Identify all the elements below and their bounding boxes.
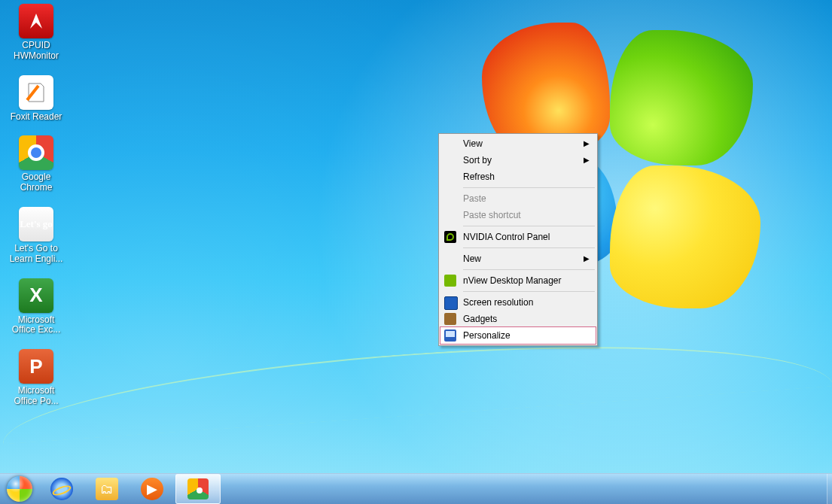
menu-label: Screen resolution — [463, 297, 533, 308]
taskbar-ie[interactable] — [40, 475, 84, 503]
menu-paste: Paste — [440, 190, 596, 207]
nview-icon — [444, 275, 456, 287]
desktop-icon-label: CPUID HWMonitor — [7, 41, 66, 62]
desktop-icon-foxit[interactable]: Foxit Reader — [5, 71, 68, 128]
start-orb-icon — [7, 476, 32, 502]
menu-new[interactable]: New ▶ — [440, 250, 596, 267]
taskbar-media-player[interactable]: ▶ — [130, 475, 174, 503]
desktop-icon-powerpoint[interactable]: P Microsoft Office Po... — [5, 345, 68, 412]
menu-label: View — [463, 138, 483, 149]
menu-label: New — [463, 254, 481, 264]
desktop-icon-label: Google Chrome — [7, 172, 66, 193]
monitor-icon — [444, 296, 458, 310]
taskbar-explorer[interactable]: 🗂 — [85, 475, 129, 503]
menu-separator — [463, 187, 595, 188]
desktop[interactable]: CPUID HWMonitor Foxit Reader Google Chro… — [0, 0, 832, 504]
menu-gadgets[interactable]: Gadgets — [440, 311, 596, 327]
submenu-arrow-icon: ▶ — [584, 254, 590, 263]
menu-nvidia-control-panel[interactable]: NVIDIA Control Panel — [440, 229, 596, 245]
menu-separator — [463, 291, 595, 292]
book-icon: Let's go — [19, 207, 53, 241]
desktop-icon-chrome[interactable]: Google Chrome — [5, 132, 68, 199]
personalize-icon — [444, 329, 456, 342]
desktop-icon-label: Microsoft Office Exc... — [7, 315, 66, 336]
desktop-icon-label: Microsoft Office Po... — [7, 386, 66, 407]
nvidia-icon — [444, 231, 456, 243]
folder-icon: 🗂 — [96, 478, 118, 500]
desktop-icons: CPUID HWMonitor Foxit Reader Google Chro… — [5, 0, 68, 417]
menu-label: Refresh — [463, 172, 495, 182]
desktop-context-menu: View ▶ Sort by ▶ Refresh Paste Paste sho… — [438, 133, 598, 346]
menu-screen-resolution[interactable]: Screen resolution — [440, 294, 596, 311]
submenu-arrow-icon: ▶ — [584, 139, 590, 147]
hwmonitor-icon — [19, 4, 53, 38]
media-player-icon: ▶ — [141, 478, 163, 500]
menu-refresh[interactable]: Refresh — [440, 169, 596, 185]
taskbar: 🗂 ▶ — [0, 473, 832, 504]
menu-view[interactable]: View ▶ — [440, 135, 596, 152]
ie-icon — [50, 478, 73, 500]
gadgets-icon — [444, 313, 456, 325]
start-button[interactable] — [0, 474, 39, 504]
menu-label: Gadgets — [463, 314, 497, 324]
menu-label: Personalize — [463, 330, 510, 341]
menu-separator — [463, 226, 595, 226]
menu-label: NVIDIA Control Panel — [463, 232, 550, 242]
wallpaper-curve — [0, 325, 832, 445]
taskbar-chrome[interactable] — [175, 474, 221, 504]
chrome-icon — [19, 135, 53, 170]
menu-paste-shortcut: Paste shortcut — [440, 207, 596, 223]
menu-label: nView Desktop Manager — [463, 275, 562, 286]
desktop-icon-excel[interactable]: X Microsoft Office Exc... — [5, 275, 68, 342]
desktop-icon-letsgo[interactable]: Let's go Let's Go to Learn Engli... — [5, 203, 68, 270]
menu-nview-desktop-manager[interactable]: nView Desktop Manager — [440, 272, 596, 289]
menu-separator — [463, 269, 595, 270]
menu-label: Paste shortcut — [463, 210, 521, 220]
desktop-icon-label: Let's Go to Learn Engli... — [7, 244, 66, 265]
menu-label: Paste — [463, 193, 486, 204]
menu-sort-by[interactable]: Sort by ▶ — [440, 152, 596, 169]
menu-label: Sort by — [463, 155, 492, 165]
powerpoint-icon: P — [19, 349, 53, 384]
menu-separator — [463, 247, 595, 248]
desktop-icon-label: Foxit Reader — [7, 112, 66, 123]
submenu-arrow-icon: ▶ — [584, 156, 590, 164]
foxit-icon — [19, 75, 53, 110]
menu-personalize[interactable]: Personalize — [440, 327, 596, 344]
show-desktop-button[interactable] — [827, 474, 832, 504]
chrome-icon — [187, 478, 209, 499]
excel-icon: X — [19, 278, 53, 313]
desktop-icon-hwmonitor[interactable]: CPUID HWMonitor — [5, 0, 68, 67]
